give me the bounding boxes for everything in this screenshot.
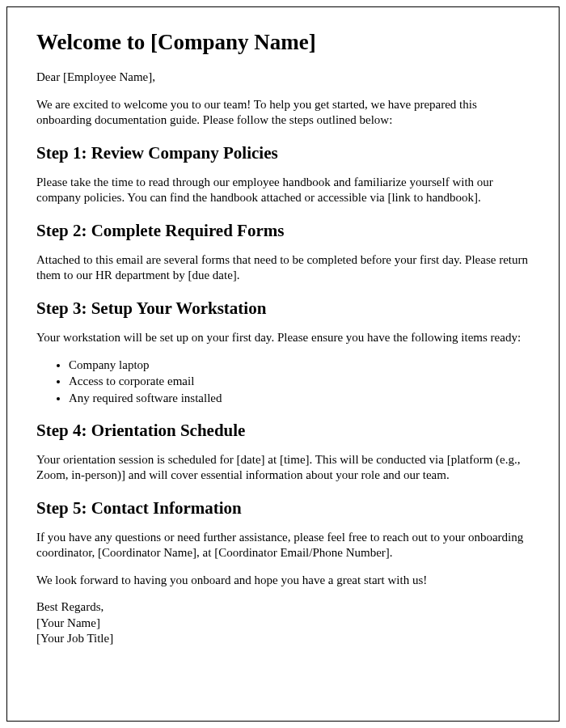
- list-item: Company laptop: [69, 357, 530, 373]
- intro-paragraph: We are excited to welcome you to our tea…: [36, 97, 530, 129]
- signoff-regards: Best Regards,: [36, 599, 530, 616]
- step1-body: Please take the time to read through our…: [36, 175, 530, 206]
- step3-heading: Step 3: Setup Your Workstation: [36, 298, 530, 319]
- step2-heading: Step 2: Complete Required Forms: [36, 221, 530, 241]
- step4-body: Your orientation session is scheduled fo…: [36, 452, 530, 484]
- step5-body: If you have any questions or need furthe…: [36, 530, 530, 561]
- list-item: Any required software installed: [69, 390, 530, 406]
- step5-heading: Step 5: Contact Information: [36, 498, 530, 518]
- page-title: Welcome to [Company Name]: [36, 30, 530, 55]
- greeting: Dear [Employee Name],: [36, 70, 530, 86]
- step3-body: Your workstation will be set up on your …: [36, 330, 530, 346]
- step2-body: Attached to this email are several forms…: [36, 252, 530, 284]
- signoff-name: [Your Name]: [36, 616, 530, 632]
- closing-paragraph: We look forward to having you onboard an…: [36, 573, 530, 589]
- signature-block: Best Regards, [Your Name] [Your Job Titl…: [36, 599, 530, 647]
- step3-list: Company laptop Access to corporate email…: [69, 357, 530, 406]
- signoff-title: [Your Job Title]: [36, 631, 530, 647]
- list-item: Access to corporate email: [69, 373, 530, 389]
- document-page: Welcome to [Company Name] Dear [Employee…: [6, 6, 560, 722]
- step1-heading: Step 1: Review Company Policies: [36, 143, 530, 163]
- step4-heading: Step 4: Orientation Schedule: [36, 421, 530, 441]
